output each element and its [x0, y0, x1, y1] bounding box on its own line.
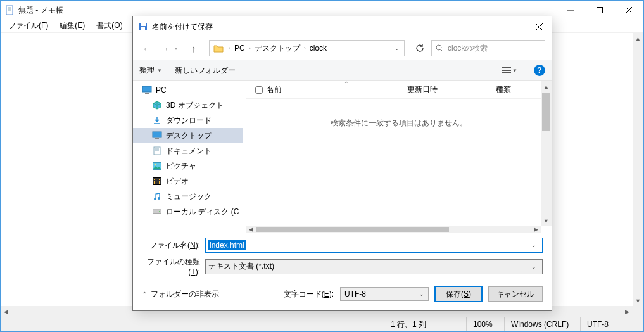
chevron-down-icon[interactable]: ⌄: [528, 242, 540, 248]
breadcrumb-sep-icon[interactable]: ›: [227, 45, 232, 51]
scroll-thumb[interactable]: [256, 227, 449, 232]
tree-label: ミュージック: [166, 191, 212, 202]
chevron-up-icon: ⌃: [142, 291, 147, 298]
select-all-checkbox[interactable]: [255, 86, 263, 94]
save-button[interactable]: 保存(S): [435, 286, 482, 302]
filename-input[interactable]: index.html ⌄: [205, 238, 543, 253]
back-button[interactable]: ←: [139, 41, 155, 56]
column-date[interactable]: 更新日時: [402, 84, 491, 95]
menu-format[interactable]: 書式(O): [91, 20, 127, 32]
scroll-right-icon[interactable]: ▶: [622, 306, 633, 317]
chevron-down-icon[interactable]: ⌄: [528, 264, 540, 270]
filelist-vscrollbar[interactable]: ▲ ▼: [541, 81, 552, 226]
svg-rect-9: [141, 23, 146, 26]
encoding-select[interactable]: UTF-8 ⌄: [340, 287, 429, 301]
column-type[interactable]: 種類: [491, 84, 516, 95]
notepad-title: 無題 - メモ帳: [18, 5, 556, 16]
status-eol: Windows (CRLF): [504, 317, 580, 331]
forward-button[interactable]: →: [157, 41, 172, 56]
filetype-value: テキスト文書 (*.txt): [208, 261, 528, 272]
menu-file[interactable]: ファイル(F): [3, 20, 53, 32]
filetype-select[interactable]: テキスト文書 (*.txt) ⌄: [205, 259, 543, 274]
tree-item-pc[interactable]: PC: [133, 82, 243, 98]
notepad-statusbar: 1 行、1 列 100% Windows (CRLF) UTF-8: [1, 317, 643, 331]
tree-item-downloads[interactable]: ダウンロード: [133, 113, 243, 128]
breadcrumb-clock[interactable]: clock: [307, 44, 329, 53]
chevron-down-icon[interactable]: ⌄: [415, 291, 424, 297]
scroll-left-icon[interactable]: ◀: [1, 306, 11, 317]
scroll-up-icon[interactable]: ▲: [541, 81, 552, 92]
dialog-close-button[interactable]: [526, 16, 552, 37]
save-as-dialog: 名前を付けて保存 ← → ▾ ↑ › PC › デスクトップ › clock ⌄: [132, 16, 552, 311]
search-input[interactable]: clockの検索: [431, 40, 545, 56]
new-folder-button[interactable]: 新しいフォルダー: [175, 65, 236, 76]
up-button[interactable]: ↑: [186, 41, 201, 56]
address-bar[interactable]: › PC › デスクトップ › clock ⌄: [209, 40, 405, 56]
organize-button[interactable]: 整理 ▼: [139, 65, 162, 76]
svg-rect-10: [141, 27, 145, 30]
address-dropdown-icon[interactable]: ⌄: [390, 40, 404, 56]
tree-label: 3D オブジェクト: [166, 100, 224, 111]
svg-rect-32: [154, 179, 155, 180]
status-encoding: UTF-8: [580, 317, 643, 331]
tree-label: ダウンロード: [166, 115, 212, 126]
svg-point-38: [154, 198, 156, 200]
breadcrumb-pc[interactable]: PC: [232, 44, 248, 53]
filelist-hscrollbar[interactable]: ◀ ▶: [246, 226, 541, 233]
refresh-button[interactable]: [411, 40, 429, 56]
vertical-scrollbar[interactable]: ▲ ▼: [633, 33, 643, 306]
tree-item-desktop[interactable]: デスクトップ: [133, 128, 243, 143]
breadcrumb-sep-icon[interactable]: ›: [248, 45, 252, 51]
tree-item-3dobjects[interactable]: 3D オブジェクト: [133, 98, 243, 113]
file-list[interactable]: ⌃ 名前 更新日時 種類 検索条件に一致する項目はありません。 ▲ ▼ ◀ ▶: [246, 81, 552, 233]
history-dropdown-icon[interactable]: ▾: [175, 46, 184, 51]
empty-message: 検索条件に一致する項目はありません。: [246, 99, 552, 233]
tree-item-pictures[interactable]: ピクチャ: [133, 158, 243, 174]
close-button[interactable]: [614, 1, 643, 20]
tree-item-documents[interactable]: ドキュメント: [133, 143, 243, 158]
breadcrumb-desktop[interactable]: デスクトップ: [252, 43, 303, 54]
pc-icon: [142, 85, 152, 95]
scroll-right-icon[interactable]: ▶: [531, 226, 541, 233]
folder-tree[interactable]: PC 3D オブジェクト ダウンロード デスクトップ ドキュメント ピクチャ: [133, 81, 243, 233]
search-placeholder: clockの検索: [448, 43, 488, 54]
svg-rect-18: [505, 67, 511, 68]
scroll-left-icon[interactable]: ◀: [246, 226, 256, 233]
scroll-up-icon[interactable]: ▲: [633, 33, 643, 44]
hide-folders-toggle[interactable]: ⌃ フォルダーの非表示: [142, 289, 219, 300]
svg-rect-25: [155, 138, 159, 139]
scroll-down-icon[interactable]: ▼: [541, 215, 552, 226]
tree-label: ローカル ディスク (C: [166, 207, 239, 217]
cube-icon: [152, 100, 162, 110]
video-icon: [152, 176, 162, 186]
svg-rect-16: [502, 70, 505, 71]
cancel-button[interactable]: キャンセル: [488, 286, 543, 302]
dialog-navbar: ← → ▾ ↑ › PC › デスクトップ › clock ⌄ clockの検索: [133, 37, 552, 60]
svg-point-13: [436, 45, 441, 50]
menu-edit[interactable]: 編集(E): [54, 20, 90, 32]
breadcrumb-sep-icon[interactable]: ›: [303, 45, 307, 51]
dialog-title: 名前を付けて保存: [152, 22, 526, 32]
minimize-button[interactable]: [556, 1, 585, 20]
scroll-thumb[interactable]: [542, 93, 550, 131]
chevron-down-icon: ▼: [512, 68, 517, 73]
chevron-down-icon: ▼: [157, 68, 162, 73]
filename-value: index.html: [208, 240, 246, 250]
help-button[interactable]: ?: [534, 65, 545, 76]
tree-item-music[interactable]: ミュージック: [133, 189, 243, 204]
svg-rect-35: [159, 179, 160, 180]
column-name[interactable]: 名前: [250, 84, 402, 95]
svg-line-14: [441, 49, 443, 52]
svg-rect-22: [145, 93, 149, 94]
maximize-button[interactable]: [585, 1, 614, 20]
status-position: 1 行、1 列: [384, 317, 466, 331]
tree-item-localdisk[interactable]: ローカル ディスク (C: [133, 204, 243, 219]
tree-item-videos[interactable]: ビデオ: [133, 174, 243, 189]
svg-rect-37: [159, 182, 160, 184]
view-options-button[interactable]: ▼: [498, 63, 521, 77]
tree-label: ビデオ: [166, 176, 189, 187]
scroll-down-icon[interactable]: ▼: [633, 295, 643, 306]
filetype-label: ファイルの種類(T):: [142, 257, 205, 276]
picture-icon: [152, 161, 162, 171]
tree-label: デスクトップ: [166, 131, 212, 141]
